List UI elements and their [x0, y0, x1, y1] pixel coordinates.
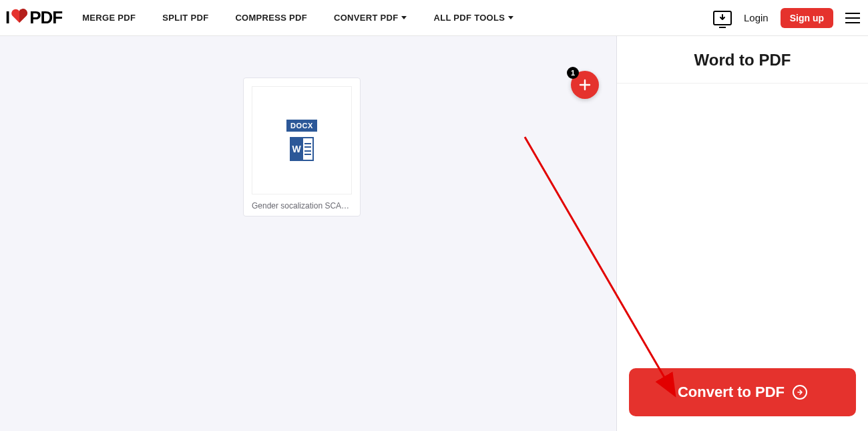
- sidebar: Word to PDF Convert to PDF: [617, 36, 868, 431]
- main-header: I PDF MERGE PDF SPLIT PDF COMPRESS PDF C…: [0, 0, 868, 36]
- main-area: DOCX W Gender socalization SCALE (... 1: [0, 36, 868, 431]
- login-link[interactable]: Login: [744, 12, 769, 23]
- plus-icon: [578, 78, 592, 92]
- nav-menu: MERGE PDF SPLIT PDF COMPRESS PDF CONVERT…: [82, 13, 513, 23]
- convert-button[interactable]: Convert to PDF: [629, 368, 856, 416]
- sidebar-body: [617, 84, 868, 368]
- sidebar-title: Word to PDF: [617, 36, 868, 84]
- heart-icon: [11, 7, 28, 28]
- word-icon-lines: [303, 137, 314, 161]
- arrow-right-circle-icon: [793, 385, 807, 400]
- file-count-badge: 1: [567, 67, 579, 79]
- chevron-down-icon: [508, 16, 513, 19]
- logo[interactable]: I PDF: [5, 7, 62, 28]
- docx-badge: DOCX: [286, 120, 317, 132]
- desktop-download-icon[interactable]: [713, 11, 732, 25]
- hamburger-menu-icon[interactable]: [845, 13, 860, 23]
- nav-all-tools[interactable]: ALL PDF TOOLS: [433, 13, 513, 23]
- convert-button-label: Convert to PDF: [678, 384, 785, 401]
- workspace: DOCX W Gender socalization SCALE (... 1: [0, 36, 617, 431]
- logo-text-left: I: [5, 7, 9, 28]
- file-name: Gender socalization SCALE (...: [252, 201, 352, 210]
- logo-text-right: PDF: [29, 7, 62, 28]
- add-file-button[interactable]: 1: [571, 71, 599, 99]
- nav-all-tools-label: ALL PDF TOOLS: [433, 13, 505, 23]
- signup-button[interactable]: Sign up: [781, 8, 833, 28]
- nav-compress[interactable]: COMPRESS PDF: [235, 13, 307, 23]
- file-card[interactable]: DOCX W Gender socalization SCALE (...: [243, 78, 361, 217]
- nav-split[interactable]: SPLIT PDF: [162, 13, 208, 23]
- word-icon-letter: W: [290, 137, 303, 161]
- word-icon: W: [290, 137, 314, 161]
- nav-convert[interactable]: CONVERT PDF: [334, 13, 407, 23]
- header-right: Login Sign up: [713, 8, 860, 28]
- nav-convert-label: CONVERT PDF: [334, 13, 398, 23]
- nav-merge[interactable]: MERGE PDF: [82, 13, 136, 23]
- chevron-down-icon: [401, 16, 407, 19]
- file-thumbnail: DOCX W: [252, 86, 352, 194]
